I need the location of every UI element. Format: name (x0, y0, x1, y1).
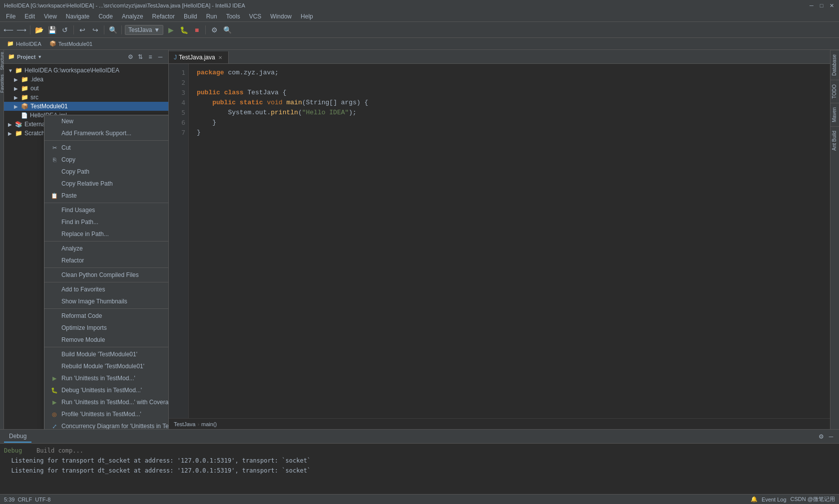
breadcrumb-item-1[interactable]: TestJava (174, 421, 195, 427)
menu-tools[interactable]: Tools (222, 12, 244, 21)
sidebar-settings-btn[interactable]: ⚙ (126, 53, 134, 61)
tree-item-testmodule[interactable]: ▶ 📦 TestModule01 (4, 102, 168, 111)
tree-item-src[interactable]: ▶ 📁 src (4, 93, 168, 102)
menu-view[interactable]: View (40, 12, 61, 21)
run-icon: ▶ (50, 374, 58, 382)
menu-refactor[interactable]: Refactor (148, 12, 179, 21)
ctx-copy[interactable]: ⎘ Copy Ctrl+C (44, 154, 169, 166)
ctx-debug-unittests[interactable]: 🐛 Debug 'Unittests in TestMod...' (44, 384, 169, 396)
ctx-find-in-path[interactable]: Find in Path... Ctrl+H (44, 216, 169, 228)
debug-button[interactable]: 🐛 (178, 24, 189, 35)
menu-navigate[interactable]: Navigate (62, 12, 93, 21)
sidebar-filter-btn[interactable]: ⇅ (136, 53, 144, 61)
ctx-paste[interactable]: 📋 Paste Ctrl+V (44, 190, 169, 202)
minimize-button[interactable]: ─ (808, 2, 815, 9)
tab-close-btn[interactable]: ✕ (217, 54, 223, 60)
menu-help[interactable]: Help (297, 12, 317, 21)
toolbar-open-btn[interactable]: 📂 (33, 24, 44, 35)
toolbar-redo-btn[interactable]: ↪ (90, 24, 101, 35)
editor-tabs: J TestJava.java ✕ (169, 50, 830, 64)
ctx-copy-relative-path[interactable]: Copy Relative Path Ctrl+Alt+Shift+C (44, 178, 169, 190)
breadcrumb-bar: TestJava › main() (169, 418, 830, 429)
sidebar-minimize-btn[interactable]: ─ (156, 53, 164, 61)
status-encoding: UTF-8 (35, 497, 50, 503)
menu-window[interactable]: Window (266, 12, 296, 21)
python-icon (50, 271, 58, 279)
ctx-remove-module[interactable]: Remove Module Delete (44, 334, 169, 346)
maximize-button[interactable]: □ (818, 2, 825, 9)
ctx-run-label: Run 'Unittests in TestMod...' (61, 375, 135, 382)
event-log-label[interactable]: Event Log (762, 497, 787, 503)
ctx-new[interactable]: New ► (44, 115, 169, 127)
ctx-profile[interactable]: ◎ Profile 'Unittests in TestMod...' (44, 408, 169, 420)
hello-idea-label: HelloIDEA (16, 41, 41, 47)
sidebar-options-btn[interactable]: ≡ (146, 53, 154, 61)
code-content[interactable]: package com.zyz.java; public class TestJ… (189, 64, 830, 418)
todo-tab[interactable]: TODO (831, 80, 839, 103)
ctx-copy-path[interactable]: Copy Path Ctrl+Shift+C (44, 166, 169, 178)
debug-tab[interactable]: Debug (4, 431, 31, 443)
bottom-settings-btn[interactable]: ⚙ (817, 433, 825, 441)
tree-item-helloide[interactable]: ▼ 📁 HelloIDEA G:\workspace\HelloIDEA (4, 66, 168, 75)
module-folder-icon: 📦 (21, 103, 28, 110)
ctx-reformat[interactable]: Reformat Code Ctrl+Alt+L (44, 310, 169, 322)
maven-tab[interactable]: Maven (831, 103, 839, 126)
ctx-concurrency[interactable]: ⑇ Concurrency Diagram for 'Unittests in … (44, 420, 169, 429)
src-folder-icon: 📁 (21, 94, 28, 101)
ctx-cut[interactable]: ✂ Cut Ctrl+X (44, 142, 169, 154)
ctx-run-unittests[interactable]: ▶ Run 'Unittests in TestMod...' Ctrl+Shi… (44, 372, 169, 384)
close-button[interactable]: ✕ (828, 2, 835, 9)
toolbar-undo-btn[interactable]: ↩ (77, 24, 88, 35)
line-num-6: 6 (172, 118, 185, 128)
ctx-optimize-imports[interactable]: Optimize Imports Ctrl+Alt+O (44, 322, 169, 334)
database-tab[interactable]: Database (831, 50, 839, 80)
ctx-build-module[interactable]: Build Module 'TestModule01' (44, 348, 169, 360)
hello-idea-tab[interactable]: 📁 HelloIDEA (3, 39, 45, 48)
far-right-panel: Database TODO Maven Ant Build (830, 50, 839, 429)
menu-edit[interactable]: Edit (20, 12, 39, 21)
build-icon (50, 350, 58, 358)
ctx-show-thumbnails[interactable]: Show Image Thumbnails (44, 295, 169, 307)
tree-item-label: TestModule01 (30, 103, 68, 110)
ctx-add-framework[interactable]: Add Framework Support... (44, 127, 169, 139)
ctx-analyze-label: Analyze (61, 245, 83, 252)
bottom-minimize-btn[interactable]: ─ (827, 433, 835, 441)
settings-btn[interactable]: ⚙ (209, 24, 220, 35)
toolbar-sync-btn[interactable]: ↺ (59, 24, 70, 35)
tree-item-label: out (30, 85, 39, 92)
tree-arrow: ▶ (14, 95, 19, 100)
ctx-refactor[interactable]: Refactor ► (44, 254, 169, 266)
ctx-add-favorites[interactable]: Add to Favorites ► (44, 283, 169, 295)
menu-build[interactable]: Build (180, 12, 201, 21)
menu-analyze[interactable]: Analyze (118, 12, 147, 21)
toolbar-back-btn[interactable]: ⟵ (3, 24, 14, 35)
menu-code[interactable]: Code (94, 12, 117, 21)
run-config-dropdown[interactable]: TestJava ▼ (125, 25, 163, 35)
test-module-tab[interactable]: 📦 TestModule01 (45, 39, 97, 48)
ant-build-tab[interactable]: Ant Build (831, 126, 839, 155)
tree-item-idea[interactable]: ▶ 📁 .idea (4, 75, 168, 84)
run-button[interactable]: ▶ (165, 24, 176, 35)
editor-area: J TestJava.java ✕ 1 2 3 4 5 6 7 package … (169, 50, 830, 429)
toolbar-save-btn[interactable]: 💾 (46, 24, 57, 35)
ctx-find-usages[interactable]: Find Usages Ctrl+G (44, 204, 169, 216)
find-usages-icon (50, 206, 58, 214)
toolbar-forward-btn[interactable]: ⟶ (16, 24, 27, 35)
ctx-rebuild-module[interactable]: Rebuild Module 'TestModule01' Ctrl+Shift… (44, 360, 169, 372)
out-folder-icon: 📁 (21, 85, 28, 92)
ctx-copy-relative-label: Copy Relative Path (61, 180, 113, 187)
event-log-icon[interactable]: 🔔 (751, 496, 758, 503)
menu-run[interactable]: Run (202, 12, 221, 21)
search2-btn[interactable]: 🔍 (222, 24, 233, 35)
stop-button[interactable]: ■ (191, 24, 202, 35)
toolbar-search-btn[interactable]: 🔍 (107, 24, 118, 35)
ctx-analyze[interactable]: Analyze ► (44, 243, 169, 254)
menu-file[interactable]: File (2, 12, 19, 21)
ctx-run-coverage[interactable]: ▶ Run 'Unittests in TestMod...' with Cov… (44, 396, 169, 408)
editor-tab-testjava[interactable]: J TestJava.java ✕ (169, 51, 229, 63)
ctx-clean-python[interactable]: Clean Python Compiled Files (44, 269, 169, 281)
ctx-replace-in-path[interactable]: Replace in Path... (44, 228, 169, 240)
menu-vcs[interactable]: VCS (245, 12, 266, 21)
breadcrumb-item-2[interactable]: main() (201, 421, 217, 427)
tree-item-out[interactable]: ▶ 📁 out (4, 84, 168, 93)
